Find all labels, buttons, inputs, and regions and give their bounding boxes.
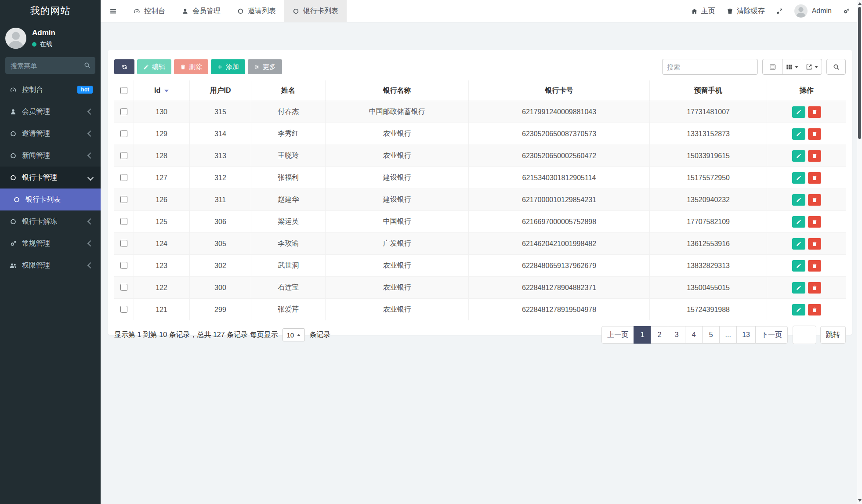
- row-edit-button[interactable]: [792, 172, 805, 184]
- row-delete-button[interactable]: [808, 150, 821, 162]
- online-status-dot: [32, 42, 36, 47]
- admin-name: Admin: [812, 7, 832, 15]
- column-header-label[interactable]: 银行卡号: [545, 87, 573, 94]
- chevron-left-icon: [87, 109, 94, 115]
- page-button-4[interactable]: 4: [685, 326, 703, 344]
- fullscreen-button[interactable]: [776, 8, 783, 15]
- column-header-label[interactable]: 预留手机: [694, 87, 722, 94]
- trash-icon: [812, 175, 817, 181]
- delete-button[interactable]: 删除: [174, 59, 208, 74]
- scrollbar[interactable]: [857, 0, 862, 504]
- sidebar-item-bankcard-unfreeze[interactable]: 银行卡解冻: [0, 210, 101, 232]
- row-delete-button[interactable]: [808, 238, 821, 250]
- sidebar-item-console[interactable]: 控制台hot: [0, 79, 101, 101]
- settings-gear-button[interactable]: [843, 8, 850, 15]
- page-button-1[interactable]: 1: [634, 326, 651, 344]
- admin-user-menu[interactable]: Admin: [794, 4, 832, 18]
- row-delete-button[interactable]: [808, 216, 821, 228]
- row-delete-button[interactable]: [808, 106, 821, 118]
- row-delete-button[interactable]: [808, 304, 821, 315]
- row-checkbox[interactable]: [120, 130, 127, 137]
- row-delete-button[interactable]: [808, 194, 821, 206]
- sidebar-item-invites[interactable]: 邀请管理: [0, 123, 101, 145]
- row-edit-button[interactable]: [792, 128, 805, 140]
- row-edit-button[interactable]: [792, 106, 805, 118]
- row-edit-button[interactable]: [792, 304, 805, 315]
- column-header-label[interactable]: 银行名称: [383, 87, 411, 94]
- page-button-5[interactable]: 5: [702, 326, 720, 344]
- row-checkbox[interactable]: [120, 152, 127, 159]
- row-checkbox[interactable]: [120, 262, 127, 269]
- sidebar-item-permissions[interactable]: 权限管理: [0, 254, 101, 276]
- edit-button[interactable]: 编辑: [137, 59, 171, 74]
- page-button-3[interactable]: 3: [668, 326, 685, 344]
- gear-icon: [254, 64, 260, 70]
- refresh-button[interactable]: [114, 59, 134, 74]
- detail-view-button[interactable]: [762, 59, 782, 75]
- more-button[interactable]: 更多: [248, 59, 282, 74]
- sort-caret-icon[interactable]: [164, 90, 169, 92]
- page-button-2[interactable]: 2: [651, 326, 668, 344]
- select-all-checkbox[interactable]: [120, 87, 127, 94]
- cell-name: 李秀红: [251, 123, 326, 145]
- page-size-select[interactable]: 10: [283, 328, 305, 341]
- search-toggle-button[interactable]: [826, 59, 846, 75]
- scroll-up-arrow-icon[interactable]: [858, 2, 862, 5]
- dashboard-icon: [8, 87, 18, 93]
- page-button-13[interactable]: 13: [736, 326, 756, 344]
- sidebar-item-news[interactable]: 新闻管理: [0, 145, 101, 167]
- row-checkbox[interactable]: [120, 306, 127, 313]
- export-button[interactable]: [802, 59, 822, 75]
- row-edit-button[interactable]: [792, 282, 805, 294]
- sidebar-item-general[interactable]: 常规管理: [0, 232, 101, 254]
- row-delete-button[interactable]: [808, 128, 821, 140]
- sidebar-toggle-button[interactable]: [101, 0, 125, 22]
- next-page-button[interactable]: 下一页: [755, 326, 788, 344]
- row-edit-button[interactable]: [792, 194, 805, 206]
- chevron-left-icon: [87, 240, 94, 247]
- row-checkbox[interactable]: [120, 108, 127, 115]
- row-checkbox[interactable]: [120, 218, 127, 225]
- sidebar-item-bankcard-list[interactable]: 银行卡列表: [0, 189, 101, 210]
- row-delete-button[interactable]: [808, 260, 821, 272]
- tab-members[interactable]: 会员管理: [174, 0, 229, 22]
- home-link[interactable]: 主页: [691, 7, 715, 16]
- cell-card: 6230520650087370573: [469, 123, 649, 145]
- column-header-label[interactable]: 操作: [800, 87, 814, 94]
- row-edit-button[interactable]: [792, 216, 805, 228]
- row-edit-button[interactable]: [792, 150, 805, 162]
- menu-search-input[interactable]: [5, 57, 95, 74]
- row-edit-button[interactable]: [792, 238, 805, 250]
- clear-cache-link[interactable]: 清除缓存: [727, 7, 765, 16]
- column-header-label[interactable]: 姓名: [281, 87, 295, 94]
- row-delete-button[interactable]: [808, 282, 821, 294]
- row-checkbox[interactable]: [120, 196, 127, 203]
- cell-bank: 建设银行: [326, 167, 469, 189]
- user-status: 在线: [32, 40, 55, 48]
- trash-icon: [812, 285, 817, 290]
- columns-toggle-button[interactable]: [782, 59, 802, 75]
- scrollbar-thumb[interactable]: [858, 7, 861, 139]
- row-checkbox[interactable]: [120, 240, 127, 247]
- row-edit-button[interactable]: [792, 260, 805, 272]
- cell-id: 130: [134, 101, 189, 123]
- app-title: 我的网站: [0, 0, 101, 22]
- tab-console[interactable]: 控制台: [125, 0, 174, 22]
- row-delete-button[interactable]: [808, 172, 821, 184]
- column-header-label[interactable]: Id: [154, 87, 160, 94]
- row-checkbox[interactable]: [120, 284, 127, 291]
- add-button[interactable]: 添加: [211, 59, 245, 74]
- column-header-label[interactable]: 用户ID: [210, 87, 231, 94]
- row-checkbox[interactable]: [120, 174, 127, 181]
- table-search-input[interactable]: [662, 59, 758, 75]
- scroll-down-arrow-icon[interactable]: [858, 499, 862, 502]
- sidebar-item-bankcard[interactable]: 银行卡管理: [0, 167, 101, 189]
- home-icon: [691, 8, 698, 15]
- prev-page-button[interactable]: 上一页: [601, 326, 634, 344]
- page-jump-button[interactable]: 跳转: [820, 326, 846, 344]
- page-jump-input[interactable]: [793, 326, 816, 344]
- expand-icon: [776, 8, 783, 15]
- tab-invite-list[interactable]: 邀请列表: [229, 0, 284, 22]
- tab-bankcard-list[interactable]: 银行卡列表: [284, 0, 347, 22]
- sidebar-item-members[interactable]: 会员管理: [0, 101, 101, 123]
